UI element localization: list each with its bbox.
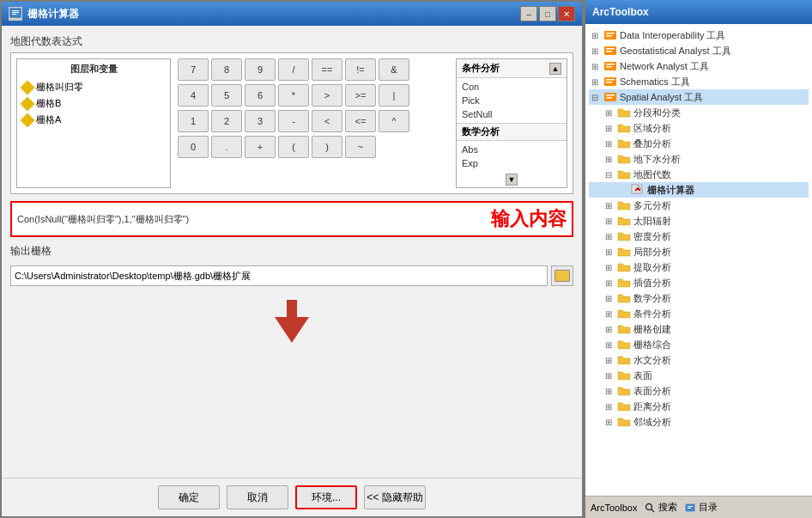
key-tilde[interactable]: ~ (345, 136, 376, 158)
tree-neighborhood[interactable]: ⊞ 邻域分析 (589, 414, 809, 430)
catalog-icon (684, 502, 696, 514)
key-2[interactable]: 2 (211, 110, 242, 132)
tree-map-algebra[interactable]: ⊟ 地图代数 (589, 167, 809, 182)
tree-cond[interactable]: ⊞ 条件分析 (589, 306, 809, 321)
layer-item-0[interactable]: 栅格叫归零 (21, 79, 167, 95)
label-neighborhood: 邻域分析 (633, 416, 671, 429)
dialog-content: 地图代数表达式 图层和变量 栅格叫归零 栅格B (2, 26, 582, 478)
close-button[interactable]: ✕ (558, 6, 575, 21)
tree-solar[interactable]: ⊞ 太阳辐射 (589, 213, 809, 229)
tree-hydro[interactable]: ⊞ 水文分析 (589, 352, 809, 368)
search-icon (644, 502, 656, 514)
folder-icon-overlay (617, 137, 631, 150)
catalog-footer-btn[interactable]: 目录 (684, 501, 718, 514)
condition-setnull[interactable]: SetNull (460, 107, 563, 121)
condition-pick[interactable]: Pick (460, 94, 563, 107)
tree-extraction[interactable]: ⊞ 提取分析 (589, 259, 809, 275)
folder-icon-surf (617, 369, 631, 382)
env-button[interactable]: 环境... (295, 485, 357, 509)
tree-network[interactable]: ⊞ Network Analyst 工具 (589, 58, 809, 74)
key-neq[interactable]: != (345, 58, 376, 81)
map-expr-section: 地图代数表达式 图层和变量 栅格叫归零 栅格B (10, 34, 573, 194)
key-and[interactable]: & (379, 58, 409, 81)
tree-interpolation[interactable]: ⊞ 插值分析 (589, 275, 809, 290)
tree-density[interactable]: ⊞ 密度分析 (589, 229, 809, 244)
scroll-up-btn[interactable]: ▲ (549, 63, 561, 75)
label-spatial: Spatial Analyst 工具 (620, 91, 703, 104)
arcToolbox-panel: ArcToolbox ⊞ Data Interoperability 工具 ⊞ … (584, 0, 812, 518)
scroll-down-btn[interactable]: ▼ (506, 174, 518, 186)
input-expr-area[interactable]: Con(IsNull("栅格叫归零"),1,"栅格叫归零") 输入内容 (10, 201, 573, 237)
key-or[interactable]: | (379, 84, 409, 107)
dialog-title: 栅格计算器 (27, 7, 79, 21)
search-footer-btn[interactable]: 搜索 (644, 501, 677, 514)
tree-classification[interactable]: ⊞ 分段和分类 (589, 105, 809, 120)
key-div[interactable]: / (278, 58, 309, 81)
key-3[interactable]: 3 (245, 110, 276, 132)
map-expr-top: 图层和变量 栅格叫归零 栅格B 栅格A (16, 58, 567, 188)
key-9[interactable]: 9 (245, 58, 276, 81)
expand-icon-local: ⊞ (603, 246, 615, 258)
label-geo: Geostatistical Analyst 工具 (620, 45, 731, 58)
svg-rect-15 (606, 82, 612, 83)
output-path-input[interactable] (10, 265, 548, 286)
key-rparen[interactable]: ) (312, 136, 342, 158)
key-add[interactable]: + (245, 136, 276, 158)
tree-distance[interactable]: ⊞ 距离分析 (589, 399, 809, 414)
tree-multivariate[interactable]: ⊞ 多元分析 (589, 198, 809, 213)
tree-regional[interactable]: ⊞ 区域分析 (589, 120, 809, 136)
layer-item-2[interactable]: 栅格A (21, 112, 167, 128)
tree-raster-general[interactable]: ⊞ 栅格综合 (589, 337, 809, 352)
condition-con[interactable]: Con (460, 80, 563, 94)
key-gt[interactable]: > (312, 84, 342, 107)
maximize-button[interactable]: □ (539, 6, 556, 21)
key-lte[interactable]: <= (345, 110, 376, 132)
key-lparen[interactable]: ( (278, 136, 309, 158)
browse-button[interactable] (551, 265, 573, 286)
layer-name-1: 栅格B (36, 97, 61, 110)
tree-groundwater[interactable]: ⊞ 地下水分析 (589, 151, 809, 167)
key-sub[interactable]: - (278, 110, 309, 132)
svg-rect-23 (688, 506, 693, 507)
tree-geostatistical[interactable]: ⊞ Geostatistical Analyst 工具 (589, 43, 809, 58)
expand-icon-overlay: ⊞ (603, 137, 615, 149)
key-mul[interactable]: * (278, 84, 309, 107)
tree-raster-create[interactable]: ⊞ 栅格创建 (589, 321, 809, 337)
map-expr-label: 地图代数表达式 (10, 34, 573, 49)
math-exp[interactable]: Exp (460, 156, 563, 170)
expand-icon-gw: ⊞ (603, 153, 615, 165)
key-0[interactable]: 0 (178, 136, 209, 158)
tree-raster-calc[interactable]: - 栅格计算器 (589, 182, 809, 198)
expand-icon-network: ⊞ (589, 60, 601, 72)
key-dot[interactable]: . (211, 136, 242, 158)
output-path-row (10, 265, 573, 286)
key-6[interactable]: 6 (245, 84, 276, 107)
toolbox-icon-schematics (603, 75, 617, 88)
key-lt[interactable]: < (312, 110, 342, 132)
svg-rect-18 (606, 97, 612, 99)
tree-local[interactable]: ⊞ 局部分析 (589, 244, 809, 259)
folder-icon-class (617, 106, 631, 119)
key-7[interactable]: 7 (178, 58, 209, 81)
tree-overlay[interactable]: ⊞ 叠加分析 (589, 136, 809, 151)
tree-surface-analysis[interactable]: ⊞ 表面分析 (589, 383, 809, 399)
key-gte[interactable]: >= (345, 84, 376, 107)
tree-schematics[interactable]: ⊞ Schematics 工具 (589, 74, 809, 89)
key-5[interactable]: 5 (211, 84, 242, 107)
tree-spatial-analyst[interactable]: ⊟ Spatial Analyst 工具 (589, 89, 809, 105)
layer-item-1[interactable]: 栅格B (21, 95, 167, 112)
tree-math[interactable]: ⊞ 数学分析 (589, 290, 809, 306)
key-xor[interactable]: ^ (379, 110, 409, 132)
minimize-button[interactable]: – (520, 6, 537, 21)
key-8[interactable]: 8 (211, 58, 242, 81)
math-abs[interactable]: Abs (460, 143, 563, 156)
ok-button[interactable]: 确定 (158, 485, 220, 509)
tree-surface[interactable]: ⊞ 表面 (589, 368, 809, 383)
key-1[interactable]: 1 (178, 110, 209, 132)
key-eq[interactable]: == (312, 58, 342, 81)
hide-button[interactable]: << 隐藏帮助 (364, 485, 426, 509)
cancel-button[interactable]: 取消 (227, 485, 288, 509)
key-4[interactable]: 4 (178, 84, 209, 107)
expand-icon-data-interop: ⊞ (589, 29, 601, 41)
tree-data-interop[interactable]: ⊞ Data Interoperability 工具 (589, 27, 809, 43)
